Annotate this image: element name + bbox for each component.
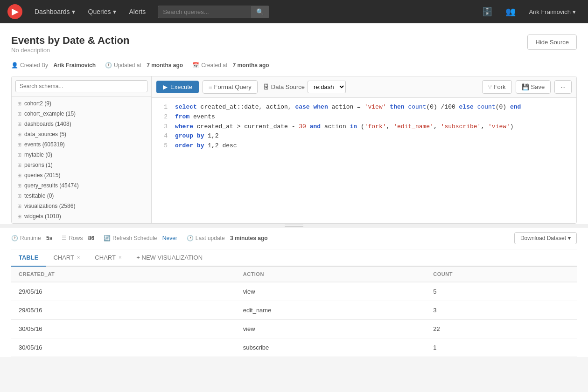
search-input[interactable] (158, 6, 251, 18)
table-header: CREATED_ATACTIONCOUNT (11, 267, 577, 282)
tab-label-chart1: CHART (53, 254, 74, 261)
line-content: select created_at::date, action, case wh… (175, 103, 521, 112)
cell-created_at: 29/05/16 (11, 301, 236, 320)
tab-table[interactable]: TABLE (11, 249, 46, 267)
line-number: 5 (156, 141, 168, 151)
main-content: Events by Date & Action No description H… (0, 23, 588, 224)
code-line: 3where created_at > current_date - 30 an… (152, 122, 576, 132)
table-icon: ⊞ (17, 142, 21, 148)
table-icon: ⊞ (17, 193, 21, 199)
editor-panel: ▶ Execute ≡ Format Query 🗄 Data Source r… (152, 76, 576, 223)
editor-toolbar: ▶ Execute ≡ Format Query 🗄 Data Source r… (152, 76, 576, 98)
runtime-meta: 🕐 Runtime 5s (11, 235, 52, 241)
more-button[interactable]: ··· (554, 80, 572, 94)
schema-item[interactable]: ⊞data_sources (5) (12, 129, 151, 139)
rows-meta: ☰ Rows 86 (62, 235, 94, 241)
schema-panel: ⊞cohort2 (9)⊞cohort_example (15)⊞dashboa… (12, 76, 152, 223)
schema-list: ⊞cohort2 (9)⊞cohort_example (15)⊞dashboa… (12, 96, 151, 223)
table-icon: ⊞ (17, 131, 21, 138)
tab-close-chart1[interactable]: × (77, 255, 80, 260)
never-link[interactable]: Never (162, 235, 177, 241)
hide-source-button[interactable]: Hide Source (527, 34, 577, 50)
data-table: CREATED_ATACTIONCOUNT 29/05/16view529/05… (11, 267, 577, 357)
schema-search-input[interactable] (15, 80, 147, 92)
code-line: 4group by 1,2 (152, 131, 576, 141)
fork-icon: ⑂ (488, 83, 492, 90)
column-header-action: ACTION (236, 267, 426, 282)
code-line: 2from events (152, 112, 576, 122)
updated-at-meta: 🕐 Updated at 7 months ago (105, 62, 183, 69)
save-icon: 💾 (522, 83, 529, 90)
tab-label-chart2: CHART (95, 254, 116, 261)
tab-chart1[interactable]: CHART× (46, 249, 87, 267)
schema-item[interactable]: ⊞testtable (0) (12, 191, 151, 201)
nav-dashboards[interactable]: Dashboards ▾ (30, 5, 80, 18)
column-header-created_at: CREATED_AT (11, 267, 236, 282)
save-button[interactable]: 💾 Save (516, 80, 551, 94)
schema-item[interactable]: ⊞persons (1) (12, 160, 151, 170)
last-update-meta: 🕐 Last update 3 minutes ago (187, 235, 268, 241)
line-number: 1 (156, 103, 168, 112)
play-icon: ▶ (163, 83, 168, 90)
db-icon: 🗄 (263, 83, 269, 90)
query-area: ⊞cohort2 (9)⊞cohort_example (15)⊞dashboa… (11, 76, 577, 224)
schema-item[interactable]: ⊞cohort2 (9) (12, 98, 151, 109)
table-icon: ⊞ (17, 111, 21, 117)
cell-count: 22 (426, 320, 577, 338)
nav-queries[interactable]: Queries ▾ (84, 5, 121, 18)
schema-item[interactable]: ⊞widgets (1010) (12, 211, 151, 221)
tab-close-chart2[interactable]: × (119, 255, 121, 260)
app-logo: ▶ (7, 4, 22, 19)
fork-button[interactable]: ⑂ Fork (482, 80, 512, 94)
table-icon: ⊞ (17, 203, 21, 209)
schema-item[interactable]: ⊞cohort_example (15) (12, 109, 151, 119)
users-icon[interactable]: 👥 (501, 4, 520, 20)
line-number: 3 (156, 122, 168, 132)
execute-button[interactable]: ▶ Execute (156, 81, 199, 93)
schema-item[interactable]: ⊞events (605319) (12, 139, 151, 150)
cell-created_at: 29/05/16 (11, 282, 236, 301)
line-content: order by 1,2 desc (175, 141, 237, 151)
table-row: 29/05/16edit_name3 (11, 301, 577, 320)
datasource-select[interactable]: re:dash (308, 81, 346, 93)
column-header-count: COUNT (426, 267, 577, 282)
user-menu[interactable]: Arik Fraimovich ▾ (524, 6, 581, 18)
tab-label-table: TABLE (19, 254, 38, 261)
schema-item[interactable]: ⊞queries (2015) (12, 170, 151, 180)
schema-item[interactable]: ⊞mytable (0) (12, 150, 151, 160)
resizer[interactable] (0, 224, 588, 227)
database-icon[interactable]: 🗄️ (477, 4, 497, 20)
code-editor[interactable]: 1select created_at::date, action, case w… (152, 98, 576, 223)
table-body: 29/05/16view529/05/16edit_name330/05/16v… (11, 282, 577, 357)
results-meta: 🕐 Runtime 5s ☰ Rows 86 🔄 Refresh Schedul… (11, 227, 577, 249)
table-row: 30/05/16view22 (11, 320, 577, 338)
code-line: 5order by 1,2 desc (152, 141, 576, 151)
schema-item[interactable]: ⊞query_results (45474) (12, 180, 151, 191)
cell-created_at: 30/05/16 (11, 338, 236, 357)
nav-alerts[interactable]: Alerts (125, 5, 151, 18)
tab-new[interactable]: + NEW VISUALIZATION (129, 249, 210, 267)
schema-item[interactable]: ⊞dashboards (1408) (12, 119, 151, 129)
schema-search-container (12, 76, 151, 96)
line-content: from events (175, 112, 215, 122)
tabs-bar: TABLECHART×CHART×+ NEW VISUALIZATION (11, 249, 577, 267)
schema-item[interactable]: ⊞visualizations (2586) (12, 201, 151, 211)
format-button[interactable]: ≡ Format Query (203, 80, 258, 94)
table-icon: ⊞ (17, 213, 21, 220)
cell-action: view (236, 320, 426, 338)
table-icon: ⊞ (17, 152, 21, 158)
table-icon: ⊞ (17, 162, 21, 168)
table-icon: ⊞ (17, 183, 21, 189)
table-icon: ⊞ (17, 101, 21, 107)
cell-action: subscribe (236, 338, 426, 357)
tab-chart2[interactable]: CHART× (87, 249, 129, 267)
search-button[interactable]: 🔍 (251, 6, 269, 18)
cell-action: view (236, 282, 426, 301)
download-button[interactable]: Download Dataset ▾ (514, 232, 577, 244)
created-at-meta: 📅 Created at 7 months ago (192, 62, 269, 69)
table-icon: ⊞ (17, 172, 21, 179)
results-area: 🕐 Runtime 5s ☰ Rows 86 🔄 Refresh Schedul… (0, 227, 588, 357)
page-description: No description (11, 47, 129, 54)
table-icon: ⊞ (17, 121, 21, 127)
tab-label-new: + NEW VISUALIZATION (136, 254, 203, 261)
